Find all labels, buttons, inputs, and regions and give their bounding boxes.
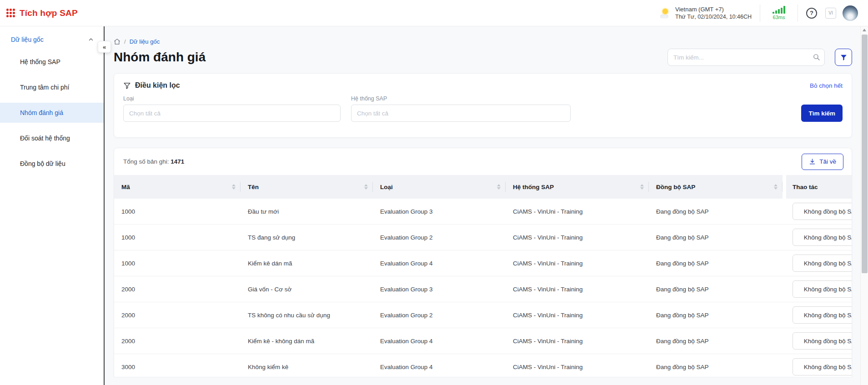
cell-ma: 3000 — [114, 354, 241, 377]
divider — [760, 5, 760, 22]
column-header-he-thong-sap[interactable]: Hệ thống SAP — [506, 175, 649, 199]
search-icon[interactable] — [813, 53, 820, 61]
breadcrumb-root[interactable]: Dữ liệu gốc — [130, 38, 160, 45]
table-card: Tổng số bản ghi: 1471 Tải về Mã — [114, 148, 852, 377]
field-label: Loại — [123, 95, 341, 102]
sort-icon[interactable] — [640, 184, 644, 190]
clear-all-link[interactable]: Bỏ chọn hết — [810, 82, 843, 89]
cell-loai: Evaluation Group 4 — [373, 354, 506, 377]
sidebar-collapse-button[interactable]: « — [98, 41, 111, 53]
search-input[interactable] — [667, 49, 825, 66]
weather-sun-cloud-icon — [660, 8, 671, 18]
cell-thao-tac: Không đồng bộ SAP — [786, 328, 852, 354]
cell-dong-bo-sap: Đang đồng bộ SAP — [649, 276, 783, 302]
loai-select[interactable] — [123, 105, 341, 122]
filter-field-loai: Loại — [123, 95, 341, 122]
cell-ma: 2000 — [114, 276, 241, 302]
download-button[interactable]: Tải về — [802, 154, 843, 170]
sidebar-item-label: Nhóm đánh giá — [20, 109, 63, 116]
sort-icon[interactable] — [364, 184, 368, 190]
cell-loai: Evaluation Group 3 — [373, 199, 506, 224]
khong-dong-bo-sap-button[interactable]: Không đồng bộ SAP — [793, 203, 852, 220]
sidebar-item[interactable]: Hệ thống SAP — [0, 52, 104, 72]
filter-title: Điều kiện lọc — [135, 81, 180, 90]
funnel-outline-icon — [123, 82, 131, 90]
breadcrumb: / Dữ liệu gốc — [114, 38, 852, 45]
cell-he-thong-sap: CiAMS - VinUni - Training — [506, 276, 649, 302]
column-header-ten[interactable]: Tên — [241, 175, 373, 199]
cell-thao-tac: Không đồng bộ SAP — [786, 250, 852, 276]
khong-dong-bo-sap-button[interactable]: Không đồng bộ SAP — [793, 255, 852, 272]
vertical-scrollbar[interactable] — [860, 26, 868, 385]
khong-dong-bo-sap-button[interactable]: Không đồng bộ SAP — [793, 358, 852, 375]
latency-value: 63ms — [773, 15, 785, 20]
he-thong-sap-select[interactable] — [351, 105, 571, 122]
chevron-up-icon — [88, 37, 94, 42]
sidebar-menu: Hệ thống SAP Trung tâm chi phí Nhóm đánh… — [0, 52, 104, 174]
cell-ten: Kiểm kê dán mã — [241, 250, 373, 276]
language-selector[interactable]: VI — [825, 8, 836, 19]
khong-dong-bo-sap-button[interactable]: Không đồng bộ SAP — [793, 280, 852, 298]
locale-block: Vietnam (GMT +7) Thứ Tư, 02/10/2024, 10:… — [660, 6, 752, 20]
sidebar: Dữ liệu gốc Hệ thống SAP Trung tâm chi p… — [0, 26, 105, 385]
cell-he-thong-sap: CiAMS - VinUni - Training — [506, 225, 649, 250]
cell-ten: TS không có nhu cầu sử dụng — [241, 302, 373, 328]
cell-ma: 1000 — [114, 199, 241, 224]
home-icon[interactable] — [114, 38, 120, 45]
cell-loai: Evaluation Group 4 — [373, 250, 506, 276]
sort-icon[interactable] — [232, 184, 236, 190]
cell-he-thong-sap: CiAMS - VinUni - Training — [506, 302, 649, 328]
title-row: Nhóm đánh giá — [114, 49, 852, 66]
sidebar-group-du-lieu-goc[interactable]: Dữ liệu gốc — [0, 33, 104, 46]
cell-thao-tac: Không đồng bộ SAP — [786, 199, 852, 224]
sidebar-item-label: Đối soát hệ thống — [20, 135, 70, 142]
datetime-label: Thứ Tư, 02/10/2024, 10:46CH — [675, 13, 752, 20]
cell-thao-tac: Không đồng bộ SAP — [786, 354, 852, 377]
filter-field-he-thong-sap: Hệ thống SAP — [351, 95, 571, 122]
cell-ten: TS đang sử dụng — [241, 225, 373, 250]
funnel-icon — [840, 54, 848, 61]
sidebar-item[interactable]: Đồng bộ dữ liệu — [0, 154, 104, 174]
topbar-right: Vietnam (GMT +7) Thứ Tư, 02/10/2024, 10:… — [660, 5, 858, 22]
cell-loai: Evaluation Group 2 — [373, 225, 506, 250]
khong-dong-bo-sap-button[interactable]: Không đồng bộ SAP — [793, 332, 852, 350]
title-actions — [667, 49, 852, 66]
sidebar-item[interactable]: Trung tâm chi phí — [0, 77, 104, 97]
cell-ten: Kiểm kê - không dán mã — [241, 328, 373, 354]
cell-he-thong-sap: CiAMS - VinUni - Training — [506, 199, 649, 224]
column-header-dong-bo-sap[interactable]: Đồng bộ SAP — [649, 175, 783, 199]
sort-icon[interactable] — [774, 184, 778, 190]
cell-thao-tac: Không đồng bộ SAP — [786, 276, 852, 302]
data-table: Mã Tên Loại Hệ thống SAP — [114, 175, 852, 377]
download-icon — [809, 158, 816, 165]
search-submit-button[interactable]: Tìm kiếm — [801, 105, 843, 122]
sort-icon[interactable] — [497, 184, 501, 190]
filter-toggle-button[interactable] — [835, 49, 852, 66]
breadcrumb-separator: / — [124, 38, 126, 45]
page-title: Nhóm đánh giá — [114, 50, 206, 65]
khong-dong-bo-sap-button[interactable]: Không đồng bộ SAP — [793, 229, 852, 246]
cell-dong-bo-sap: Đang đồng bộ SAP — [649, 328, 783, 354]
column-header-ma[interactable]: Mã — [114, 175, 241, 199]
cell-ten: Giá vốn - Cơ sở — [241, 276, 373, 302]
scrollbar-thumb[interactable] — [862, 35, 868, 273]
search-box — [667, 49, 825, 66]
total-records-value: 1471 — [171, 158, 184, 165]
scroll-up-arrow[interactable] — [863, 29, 866, 31]
app-logo[interactable]: Tích hợp SAP — [6, 8, 78, 18]
column-header-loai[interactable]: Loại — [373, 175, 506, 199]
table-row: 1000 Đầu tư mới Evaluation Group 3 CiAMS… — [114, 199, 852, 225]
sidebar-item[interactable]: Đối soát hệ thống — [0, 128, 104, 148]
column-header-thao-tac: Thao tác — [786, 175, 852, 199]
grid-dots-icon — [6, 9, 15, 17]
sidebar-item[interactable]: Nhóm đánh giá — [0, 103, 104, 123]
cell-dong-bo-sap: Đang đồng bộ SAP — [649, 302, 783, 328]
cell-ma: 2000 — [114, 302, 241, 328]
field-label: Hệ thống SAP — [351, 95, 571, 102]
cell-thao-tac: Không đồng bộ SAP — [786, 302, 852, 328]
cell-dong-bo-sap: Đang đồng bộ SAP — [649, 225, 783, 250]
user-avatar[interactable] — [843, 5, 858, 21]
cell-he-thong-sap: CiAMS - VinUni - Training — [506, 354, 649, 377]
help-icon[interactable]: ? — [806, 8, 817, 19]
khong-dong-bo-sap-button[interactable]: Không đồng bộ SAP — [793, 306, 852, 324]
